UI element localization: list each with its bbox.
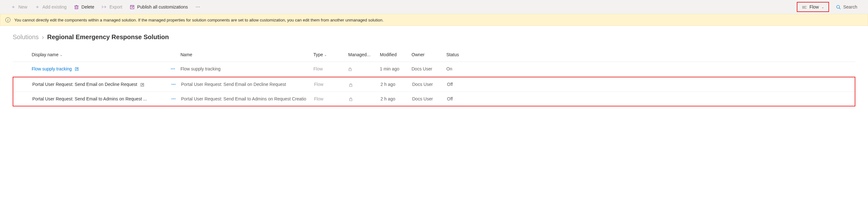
cell-modified: 1 min ago	[380, 66, 411, 71]
lock-icon	[349, 82, 353, 87]
search-button[interactable]: Search	[833, 3, 860, 12]
table: Display name ⌄ Name Type ⌄ Managed... Mo…	[0, 47, 868, 106]
info-banner: i You cannot directly edit the component…	[0, 14, 868, 26]
plus-icon: ＋	[35, 4, 40, 10]
lock-icon	[349, 96, 353, 101]
chevron-down-icon: ⌄	[324, 53, 327, 57]
cell-owner: Docs User	[412, 96, 447, 101]
new-label: New	[18, 4, 27, 9]
cell-type: Flow	[314, 82, 349, 87]
svg-rect-6	[349, 85, 352, 86]
display-name-text[interactable]: Portal User Request: Send Email to Admin…	[32, 96, 147, 101]
cell-status: Off	[447, 82, 466, 87]
cell-name: Flow supply tracking	[180, 66, 313, 71]
publish-label: Publish all customizations	[137, 4, 188, 9]
table-header-row: Display name ⌄ Name Type ⌄ Managed... Mo…	[13, 47, 855, 62]
svg-point-2	[837, 5, 839, 8]
info-icon: i	[5, 17, 10, 23]
cell-managed	[348, 66, 380, 71]
row-more-button[interactable]: ⋯	[169, 82, 178, 87]
chevron-down-icon: ⌄	[822, 5, 824, 9]
th-owner[interactable]: Owner	[411, 52, 446, 57]
flow-label: Flow	[809, 4, 819, 9]
svg-rect-0	[75, 6, 78, 8]
cell-name: Portal User Request: Send Email to Admin…	[181, 96, 314, 101]
search-icon	[836, 4, 841, 10]
cell-display-name: Portal User Request: Send Email on Decli…	[32, 82, 181, 87]
cell-modified: 2 h ago	[380, 96, 412, 101]
cell-status: On	[446, 66, 465, 71]
lock-icon	[348, 66, 352, 71]
cell-modified: 2 h ago	[380, 82, 412, 87]
cell-status: Off	[447, 96, 466, 101]
command-bar-left: ＋ New ＋ Add existing Delete Export Publi…	[8, 2, 204, 12]
th-name[interactable]: Name	[180, 52, 313, 57]
cell-managed	[349, 82, 380, 87]
th-managed[interactable]: Managed...	[348, 52, 380, 57]
table-row[interactable]: Portal User Request: Send Email on Decli…	[13, 77, 855, 91]
row-more-button[interactable]: ⋯	[169, 66, 177, 71]
more-icon: ⋯	[196, 4, 201, 9]
delete-label: Delete	[81, 4, 94, 9]
cell-managed	[349, 96, 380, 101]
display-name-text[interactable]: Portal User Request: Send Email on Decli…	[32, 82, 137, 87]
th-modified[interactable]: Modified	[380, 52, 411, 57]
publish-icon	[130, 5, 134, 9]
cell-owner: Docs User	[411, 66, 446, 71]
cell-type: Flow	[313, 66, 348, 71]
display-name-link[interactable]: Flow supply tracking	[32, 66, 72, 71]
breadcrumb: Solutions › Regional Emergency Response …	[0, 26, 868, 47]
command-bar-right: Flow ⌄ Search	[797, 2, 860, 12]
th-status[interactable]: Status	[446, 52, 465, 57]
cell-type: Flow	[314, 96, 349, 101]
export-icon	[102, 5, 107, 9]
th-display-name[interactable]: Display name ⌄	[32, 52, 180, 57]
open-new-icon[interactable]	[75, 67, 79, 71]
cell-owner: Docs User	[412, 82, 447, 87]
cell-display-name: Flow supply tracking ⋯	[32, 66, 180, 71]
add-existing-button[interactable]: ＋ Add existing	[32, 2, 70, 12]
chevron-right-icon: ›	[42, 34, 44, 41]
svg-rect-7	[349, 99, 352, 101]
flow-dropdown-button[interactable]: Flow ⌄	[797, 2, 829, 12]
breadcrumb-current: Regional Emergency Response Solution	[47, 34, 169, 41]
table-row[interactable]: Flow supply tracking ⋯ Flow supply track…	[13, 62, 855, 76]
delete-button[interactable]: Delete	[71, 3, 97, 11]
command-bar: ＋ New ＋ Add existing Delete Export Publi…	[0, 0, 868, 14]
open-new-icon[interactable]	[141, 82, 144, 86]
svg-rect-4	[349, 69, 351, 71]
highlighted-rows-group: Portal User Request: Send Email on Decli…	[13, 77, 855, 106]
cell-display-name: Portal User Request: Send Email to Admin…	[32, 96, 181, 101]
breadcrumb-parent[interactable]: Solutions	[13, 34, 39, 41]
chevron-down-icon: ⌄	[60, 53, 62, 57]
export-button[interactable]: Export	[99, 3, 125, 11]
publish-button[interactable]: Publish all customizations	[127, 3, 191, 11]
cell-name: Portal User Request: Send Email on Decli…	[181, 82, 314, 87]
search-label: Search	[843, 4, 857, 9]
plus-icon: ＋	[11, 4, 16, 10]
row-more-button[interactable]: ⋯	[169, 96, 178, 101]
svg-rect-1	[130, 5, 134, 8]
banner-message: You cannot directly edit the components …	[14, 18, 384, 23]
more-menu-button[interactable]: ⋯	[192, 3, 204, 11]
th-type[interactable]: Type ⌄	[313, 52, 348, 57]
export-label: Export	[110, 4, 122, 9]
flow-icon	[802, 4, 807, 9]
trash-icon	[74, 5, 79, 9]
add-existing-label: Add existing	[42, 4, 66, 9]
new-button[interactable]: ＋ New	[8, 2, 30, 12]
table-row[interactable]: Portal User Request: Send Email to Admin…	[13, 92, 855, 106]
